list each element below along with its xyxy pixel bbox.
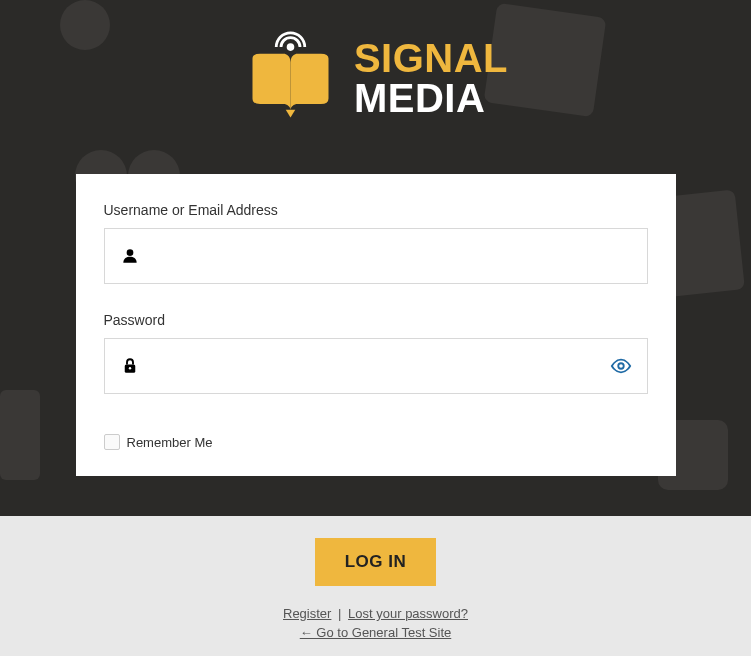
book-signal-icon xyxy=(243,30,338,125)
login-form-card: Username or Email Address Password xyxy=(76,174,676,476)
user-icon xyxy=(120,246,140,266)
brand-logo: SIGNAL MEDIA xyxy=(243,30,508,125)
password-label: Password xyxy=(104,312,648,328)
username-input[interactable] xyxy=(104,228,648,284)
username-field-wrap xyxy=(104,228,648,284)
remember-label: Remember Me xyxy=(127,435,213,450)
register-link[interactable]: Register xyxy=(283,606,331,621)
back-link-row: ← Go to General Test Site xyxy=(0,625,751,640)
separator: | xyxy=(338,606,345,621)
lost-password-link[interactable]: Lost your password? xyxy=(348,606,468,621)
logo-text: SIGNAL MEDIA xyxy=(354,38,508,118)
show-password-icon[interactable] xyxy=(610,355,632,377)
svg-point-5 xyxy=(618,363,624,369)
svg-point-4 xyxy=(128,367,130,369)
back-to-site-link[interactable]: ← Go to General Test Site xyxy=(300,625,452,640)
lock-icon xyxy=(120,356,140,376)
login-dark-panel: SIGNAL MEDIA Username or Email Address P… xyxy=(0,0,751,516)
logo-text-line2: MEDIA xyxy=(354,78,485,118)
login-button[interactable]: LOG IN xyxy=(315,538,437,586)
links-row: Register | Lost your password? xyxy=(0,606,751,621)
logo-text-line1: SIGNAL xyxy=(354,38,508,78)
remember-checkbox[interactable] xyxy=(104,434,120,450)
login-footer: LOG IN Register | Lost your password? ← … xyxy=(0,516,751,656)
logo-area: SIGNAL MEDIA xyxy=(0,0,751,129)
svg-point-2 xyxy=(126,249,133,256)
password-field-wrap xyxy=(104,338,648,394)
bg-decoration xyxy=(0,390,40,480)
svg-point-1 xyxy=(287,43,295,51)
svg-marker-0 xyxy=(286,110,296,118)
remember-row: Remember Me xyxy=(104,422,648,452)
password-input[interactable] xyxy=(104,338,648,394)
username-label: Username or Email Address xyxy=(104,202,648,218)
